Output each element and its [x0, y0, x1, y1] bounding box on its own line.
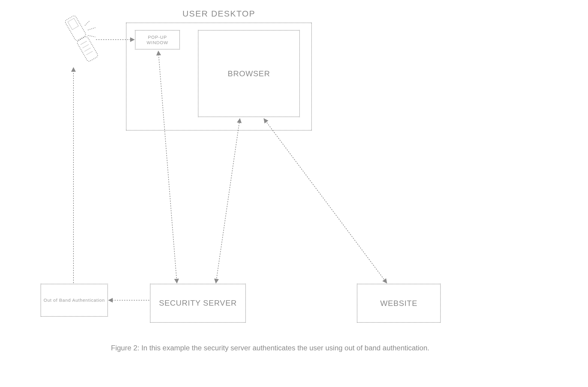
- phone-signal-icon: [85, 20, 95, 37]
- security-server-label: SECURITY SERVER: [159, 298, 237, 308]
- svg-line-6: [87, 51, 93, 55]
- svg-rect-2: [68, 18, 79, 30]
- svg-line-8: [88, 28, 95, 30]
- popup-window-label: POP-UP WINDOW: [137, 35, 178, 45]
- svg-rect-0: [64, 15, 87, 41]
- svg-rect-1: [76, 36, 99, 62]
- diagram-stage: { "title": "USER DESKTOP", "desktop": { …: [0, 0, 588, 387]
- out-of-band-auth-box: Out of Band Authentication: [40, 284, 108, 317]
- popup-window-box: POP-UP WINDOW: [135, 30, 180, 50]
- browser-label: BROWSER: [228, 69, 270, 78]
- arrow-website-browser-bidir: [264, 119, 387, 283]
- arrow-security-browser-bidir: [216, 119, 240, 283]
- website-label: WEBSITE: [380, 299, 417, 308]
- security-server-box: SECURITY SERVER: [150, 284, 246, 323]
- svg-line-3: [81, 41, 87, 44]
- browser-box: BROWSER: [198, 30, 300, 117]
- phone-icon: [64, 15, 99, 62]
- svg-line-4: [83, 44, 89, 48]
- website-box: WEBSITE: [357, 284, 441, 323]
- user-desktop-title: USER DESKTOP: [126, 9, 312, 19]
- svg-line-9: [88, 35, 95, 37]
- figure-caption: Figure 2: In this example the security s…: [111, 344, 429, 352]
- svg-line-7: [85, 20, 90, 26]
- svg-line-5: [85, 48, 91, 51]
- out-of-band-auth-label: Out of Band Authentication: [43, 298, 105, 303]
